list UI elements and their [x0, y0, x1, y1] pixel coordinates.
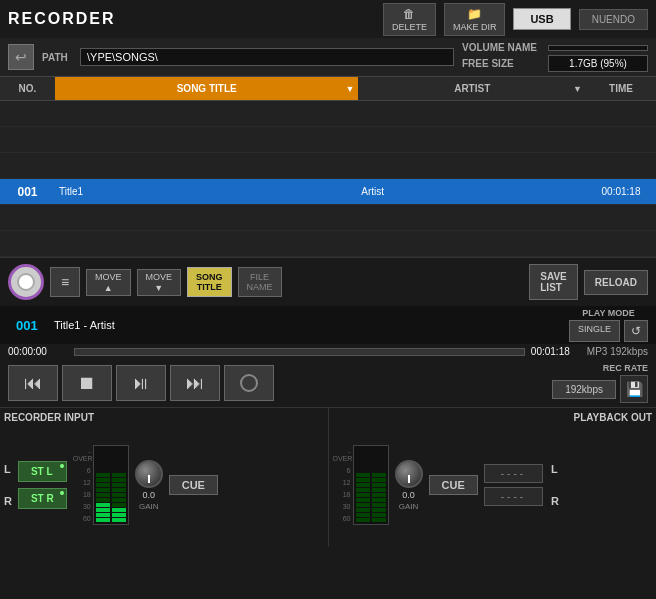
st-l-button[interactable]: ST L [18, 461, 67, 482]
col-no-header: NO. [0, 83, 55, 94]
input-cue-button[interactable]: CUE [169, 475, 218, 495]
path-bar: ↩ PATH VOLUME NAME FREE SIZE 1.7GB (95%) [0, 38, 656, 76]
path-input[interactable] [80, 48, 454, 66]
cell-title: Title1 [55, 186, 357, 197]
col-title-header: SONG TITLE ▼ [55, 77, 358, 100]
col-artist-arrow: ▼ [573, 84, 582, 94]
file-name-button[interactable]: FILENAME [238, 267, 282, 297]
l-label: L [4, 463, 12, 475]
move-up-arrow: ▲ [104, 283, 113, 293]
vu-out-channel-l [356, 448, 370, 522]
cell-time: 00:01:18 [586, 186, 656, 197]
col-artist-header: ARTIST ▼ [358, 83, 586, 94]
table-row[interactable] [0, 101, 656, 127]
input-gain-knob-area: 0.0 GAIN [135, 460, 163, 511]
play-pause-button[interactable]: ⏯ [116, 365, 166, 401]
output-knob-indicator [408, 475, 410, 483]
prev-button[interactable]: ⏮ [8, 365, 58, 401]
table-row[interactable] [0, 153, 656, 179]
st-r-button[interactable]: ST R [18, 488, 67, 509]
stop-button[interactable]: ⏹ [62, 365, 112, 401]
single-button[interactable]: SINGLE [569, 320, 620, 342]
input-controls: L R ST L ST R -OVER 6 12 18 30 60 [4, 427, 324, 543]
song-rows-container: 001 Title1 Artist 00:01:18 [0, 101, 656, 257]
output-faders: ---- ---- [484, 464, 543, 506]
next-button[interactable]: ⏭ [170, 365, 220, 401]
vu-meter-output [353, 445, 389, 525]
fader-l-button[interactable]: ---- [484, 464, 543, 483]
move-up-label: MOVE [95, 272, 122, 282]
vu-out-channel-r [372, 448, 386, 522]
controls-area: ≡ MOVE ▲ MOVE ▼ SONGTITLE FILENAME SAVEL… [0, 257, 656, 306]
progress-area: 00:00:00 00:01:18 MP3 192kbps [8, 346, 648, 357]
input-gain-value: 0.0 [142, 490, 155, 500]
progress-bar[interactable] [74, 348, 525, 356]
back-icon[interactable]: ↩ [8, 44, 34, 70]
output-gain-label: GAIN [399, 502, 419, 511]
header: RECORDER 🗑 DELETE 📁 MAKE DIR USB NUENDO [0, 0, 656, 38]
record-circle-inner [17, 273, 35, 291]
song-title-button[interactable]: SONGTITLE [187, 267, 232, 297]
tab-nuendo[interactable]: NUENDO [579, 9, 648, 30]
free-size-value: 1.7GB (95%) [548, 55, 648, 72]
recorder-input-section: RECORDER INPUT L R ST L ST R -OVER 6 12 … [0, 408, 328, 547]
save-list-button[interactable]: SAVELIST [529, 264, 578, 300]
knob-indicator [148, 475, 150, 483]
folder-icon: 📁 [467, 7, 482, 21]
track-number: 001 [16, 318, 46, 333]
move-down-arrow: ▼ [154, 283, 163, 293]
cell-no: 001 [0, 185, 55, 199]
format-info: MP3 192kbps [587, 346, 648, 357]
record-indicator [240, 374, 258, 392]
rec-rate-section: REC RATE 192kbps 💾 [552, 363, 648, 403]
vu-meter-input [93, 445, 129, 525]
delete-button[interactable]: 🗑 DELETE [383, 3, 436, 36]
bottom-section: RECORDER INPUT L R ST L ST R -OVER 6 12 … [0, 407, 656, 547]
recorder-input-label: RECORDER INPUT [4, 412, 324, 423]
input-gain-label: GAIN [139, 502, 159, 511]
lr-labels: L R [4, 463, 12, 507]
input-gain-knob[interactable] [135, 460, 163, 488]
table-row[interactable] [0, 205, 656, 231]
transport-buttons: ⏮ ⏹ ⏯ ⏭ REC RATE 192kbps 💾 [0, 359, 656, 407]
output-r-label: R [551, 495, 559, 507]
output-gain-knob[interactable] [395, 460, 423, 488]
tab-usb[interactable]: USB [513, 8, 570, 30]
fader-r-button[interactable]: ---- [484, 487, 543, 506]
app-title: RECORDER [8, 10, 375, 28]
table-row[interactable]: 001 Title1 Artist 00:01:18 [0, 179, 656, 205]
loop-button[interactable]: ↺ [624, 320, 648, 342]
col-time-header: TIME [586, 83, 656, 94]
make-dir-button[interactable]: 📁 MAKE DIR [444, 3, 506, 36]
playback-out-section: PLAYBACK OUT -OVER 6 12 18 30 60 [329, 408, 657, 547]
st-buttons: ST L ST R [18, 461, 67, 509]
table-row[interactable] [0, 231, 656, 257]
move-up-button[interactable]: MOVE ▲ [86, 269, 131, 296]
record-button[interactable] [224, 365, 274, 401]
delete-icon: 🗑 [403, 7, 415, 21]
r-label: R [4, 495, 12, 507]
track-title: Title1 - Artist [54, 319, 553, 331]
cell-artist: Artist [357, 186, 586, 197]
song-list-header: NO. SONG TITLE ▼ ARTIST ▼ TIME [0, 77, 656, 101]
rec-rate-label: REC RATE [603, 363, 648, 373]
play-mode-label: PLAY MODE [582, 308, 635, 318]
play-mode-section: PLAY MODE SINGLE ↺ [569, 308, 648, 342]
table-row[interactable] [0, 127, 656, 153]
col-title-arrow: ▼ [346, 84, 355, 94]
rate-value-button[interactable]: 192kbps [552, 380, 616, 399]
playback-out-label: PLAYBACK OUT [333, 412, 653, 423]
save-icon-button[interactable]: 💾 [620, 375, 648, 403]
output-cue-button[interactable]: CUE [429, 475, 478, 495]
time-current: 00:00:00 [8, 346, 68, 357]
free-size-label: FREE SIZE [462, 58, 542, 69]
volume-name-value [548, 45, 648, 51]
volume-section: VOLUME NAME FREE SIZE 1.7GB (95%) [462, 42, 648, 72]
vu-channel-r [112, 448, 126, 522]
move-down-button[interactable]: MOVE ▼ [137, 269, 182, 296]
path-label: PATH [42, 52, 72, 63]
move-down-label: MOVE [146, 272, 173, 282]
menu-button[interactable]: ≡ [50, 267, 80, 297]
reload-button[interactable]: RELOAD [584, 270, 648, 295]
record-circle-button[interactable] [8, 264, 44, 300]
